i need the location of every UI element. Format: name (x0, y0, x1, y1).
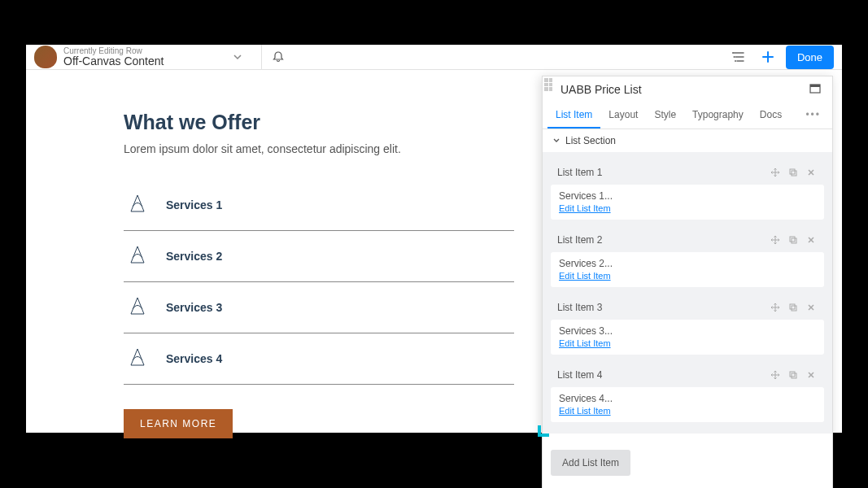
tab-typography[interactable]: Typography (684, 102, 752, 129)
notifications-button[interactable] (261, 45, 286, 69)
svg-rect-6 (792, 171, 796, 176)
svg-rect-5 (790, 169, 795, 174)
move-item-button[interactable] (769, 368, 782, 381)
close-icon (807, 303, 815, 312)
edit-list-item-link[interactable]: Edit List Item (559, 406, 611, 416)
duplicate-item-button[interactable] (787, 233, 800, 246)
chevron-down-icon (552, 137, 560, 145)
editing-name: Off-Canvas Content (63, 55, 164, 68)
tab-more[interactable]: ••• (799, 102, 827, 129)
plus-icon (761, 50, 775, 64)
list-item-title: List Item 4 (557, 369, 602, 381)
selection-corner-icon (538, 425, 549, 437)
add-list-item-button[interactable]: Add List Item (551, 450, 630, 476)
service-item[interactable]: Services 2 (124, 231, 514, 282)
service-icon (124, 191, 151, 219)
list-item-text: Services 3... (559, 325, 816, 337)
move-item-button[interactable] (769, 233, 782, 246)
bell-icon (272, 50, 285, 63)
beaver-logo-icon (34, 46, 57, 68)
delete-item-button[interactable] (805, 233, 818, 246)
add-button[interactable] (757, 46, 779, 68)
panel-title: UABB Price List (560, 83, 642, 96)
duplicate-icon (788, 303, 798, 312)
tab-list-item[interactable]: List Item (547, 102, 600, 129)
close-icon (807, 236, 815, 244)
duplicate-item-button[interactable] (787, 368, 800, 381)
done-button[interactable]: Done (786, 46, 834, 69)
move-icon (770, 235, 780, 245)
service-label: Services 4 (166, 352, 222, 365)
settings-panel: UABB Price List List Item Layout Style T… (542, 76, 833, 488)
svg-point-0 (732, 52, 734, 54)
svg-rect-12 (792, 373, 796, 378)
section-toggle[interactable]: List Section (543, 129, 832, 152)
chevron-down-icon (233, 52, 242, 62)
svg-rect-9 (790, 304, 795, 309)
delete-item-button[interactable] (805, 301, 818, 314)
outline-button[interactable] (727, 46, 750, 68)
svg-point-2 (735, 60, 736, 62)
edit-list-item-link[interactable]: Edit List Item (559, 271, 611, 281)
tab-docs[interactable]: Docs (752, 102, 790, 129)
service-label: Services 3 (166, 301, 222, 314)
service-icon (124, 294, 151, 321)
expand-button[interactable] (227, 46, 248, 68)
drag-handle-icon[interactable] (544, 78, 552, 91)
move-icon (770, 370, 780, 380)
list-item-header: List Item 3 (551, 295, 824, 320)
tab-layout[interactable]: Layout (600, 102, 646, 129)
outline-icon (731, 50, 746, 64)
panel-body: List Item 1 Services 1... Edit List Item… (543, 152, 832, 434)
learn-more-button[interactable]: LEARN MORE (124, 409, 233, 438)
list-item-row: List Item 3 Services 3... Edit List Item (551, 295, 824, 355)
service-list: Services 1 Services 2 Services 3 Service… (124, 180, 514, 385)
list-item-card: Services 2... Edit List Item (551, 252, 824, 287)
panel-tabs: List Item Layout Style Typography Docs •… (543, 102, 832, 129)
svg-rect-7 (790, 237, 795, 242)
expand-panel-button[interactable] (809, 83, 822, 96)
list-item-card: Services 1... Edit List Item (551, 185, 824, 220)
duplicate-item-button[interactable] (787, 166, 800, 179)
service-icon (124, 345, 151, 373)
list-item-row: List Item 1 Services 1... Edit List Item (551, 160, 824, 220)
close-icon (807, 168, 815, 176)
service-label: Services 1 (166, 198, 222, 211)
duplicate-icon (788, 235, 798, 245)
title-block[interactable]: Currently Editing Row Off-Canvas Content (63, 46, 164, 68)
svg-point-1 (733, 56, 735, 58)
svg-rect-4 (810, 85, 820, 87)
top-bar: Currently Editing Row Off-Canvas Content… (26, 45, 842, 70)
list-item-title: List Item 2 (557, 234, 602, 246)
list-item-card: Services 4... Edit List Item (551, 387, 824, 422)
svg-rect-10 (792, 306, 796, 311)
close-icon (807, 371, 815, 379)
service-label: Services 2 (166, 250, 222, 263)
duplicate-item-button[interactable] (787, 301, 800, 314)
delete-item-button[interactable] (805, 166, 818, 179)
edit-list-item-link[interactable]: Edit List Item (559, 338, 611, 348)
list-item-card: Services 3... Edit List Item (551, 320, 824, 355)
list-item-title: List Item 1 (557, 167, 602, 178)
duplicate-icon (788, 168, 798, 177)
move-icon (770, 168, 780, 177)
move-item-button[interactable] (769, 301, 782, 314)
service-icon (124, 242, 151, 270)
list-item-header: List Item 1 (551, 160, 824, 185)
service-item[interactable]: Services 4 (124, 333, 514, 385)
service-item[interactable]: Services 3 (124, 282, 514, 333)
list-item-row: List Item 4 Services 4... Edit List Item (551, 363, 824, 422)
list-item-text: Services 4... (559, 393, 816, 404)
move-item-button[interactable] (769, 166, 782, 179)
tab-style[interactable]: Style (646, 102, 684, 129)
panel-header: UABB Price List (543, 76, 832, 102)
svg-rect-11 (790, 372, 795, 377)
list-item-header: List Item 2 (551, 228, 824, 252)
move-icon (770, 303, 780, 312)
service-item[interactable]: Services 1 (124, 180, 514, 231)
list-item-text: Services 2... (559, 258, 816, 269)
svg-rect-8 (792, 238, 796, 243)
delete-item-button[interactable] (805, 368, 818, 381)
edit-list-item-link[interactable]: Edit List Item (559, 203, 611, 213)
list-item-title: List Item 3 (557, 302, 602, 313)
